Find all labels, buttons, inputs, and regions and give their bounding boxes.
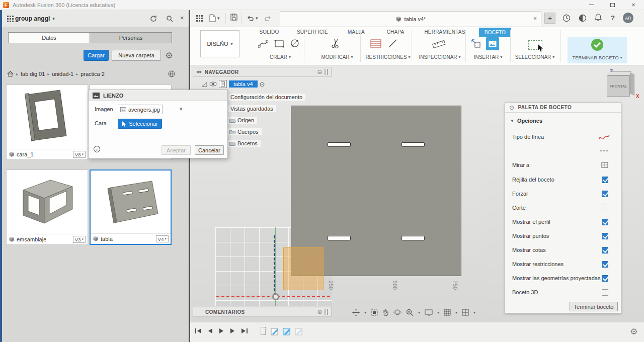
ribbon-tab-herramientas[interactable]: HERRAMIENTAS xyxy=(423,29,467,35)
undo-caret-icon[interactable]: ▾ xyxy=(256,16,258,21)
file-caret-icon[interactable]: ▾ xyxy=(217,16,220,21)
version-history-clock-icon[interactable] xyxy=(562,14,571,22)
rectangle-tool-icon[interactable] xyxy=(274,40,284,48)
viewcube-front-face[interactable]: FRONTAL xyxy=(607,75,630,97)
navigator-document-name[interactable]: tabla v4 xyxy=(229,80,258,88)
checkbox-boceto3d[interactable] xyxy=(602,289,608,296)
close-window-button[interactable]: × xyxy=(623,0,644,10)
finish-sketch-small-button[interactable]: Terminar boceto xyxy=(570,302,618,311)
home-icon[interactable] xyxy=(7,71,14,77)
data-item-cara1[interactable]: cara_1 V8▾ xyxy=(6,84,88,160)
new-tab-button[interactable]: + xyxy=(544,13,555,24)
select-face-button[interactable]: Seleccionar xyxy=(118,119,162,129)
caret-down-icon[interactable]: ▾ xyxy=(455,310,457,315)
construction-line-icon[interactable] xyxy=(600,149,609,153)
go-to-end-button[interactable] xyxy=(242,328,248,333)
viewcube-top-face[interactable] xyxy=(608,71,631,75)
group-restricciones[interactable]: RESTRICCIONES▾ xyxy=(365,54,411,60)
caret-down-icon[interactable]: ▾ xyxy=(473,310,475,315)
collapse-left-icon[interactable]: ◀◀ xyxy=(196,70,201,74)
close-tab-icon[interactable]: × xyxy=(533,15,537,22)
part-slot[interactable] xyxy=(328,142,351,147)
group-modificar[interactable]: MODIFICAR▾ xyxy=(317,54,357,60)
timeline-gear-icon[interactable] xyxy=(630,327,638,335)
timeline-sketch-feature[interactable] xyxy=(283,327,291,335)
tab-personas[interactable]: Personas xyxy=(90,32,172,43)
maximize-button[interactable] xyxy=(602,0,623,10)
part-slot[interactable] xyxy=(328,236,351,240)
grid-settings-icon[interactable] xyxy=(444,309,451,316)
tab-datos[interactable]: Datos xyxy=(8,32,90,43)
circle-tool-icon[interactable] xyxy=(290,39,299,48)
panel-grip[interactable] xyxy=(325,309,328,315)
finish-sketch-button[interactable]: TERMINAR BOCETO▾ xyxy=(568,55,627,60)
comments-header[interactable]: COMENTARIOS ⊕ xyxy=(193,307,332,317)
spline-linetype-icon[interactable] xyxy=(599,134,610,140)
navigator-header[interactable]: ◀◀ NAVEGADOR ⊖ xyxy=(193,67,332,77)
breadcrumb-subfolder[interactable]: practica 2 xyxy=(80,71,105,77)
construction-centerline[interactable] xyxy=(274,235,275,296)
minimize-button[interactable] xyxy=(581,0,602,10)
version-dropdown[interactable]: V3▾ xyxy=(73,236,86,243)
document-icon[interactable] xyxy=(219,80,227,88)
timeline-sketch-feature[interactable] xyxy=(295,327,303,335)
redo-icon[interactable] xyxy=(264,15,272,21)
breadcrumb-root[interactable]: fab dig 01 xyxy=(21,71,45,77)
file-menu-icon[interactable] xyxy=(209,14,216,22)
navigator-row-cuerpos[interactable]: ▸ Cuerpos xyxy=(222,128,262,135)
version-dropdown[interactable]: V8▾ xyxy=(73,151,86,158)
caret-down-icon[interactable]: ▾ xyxy=(437,310,439,315)
new-folder-button[interactable]: Nueva carpeta xyxy=(112,50,161,61)
finish-check-icon[interactable] xyxy=(591,38,604,51)
sketch-palette-header[interactable]: ⊖ PALETA DE BOCETO xyxy=(505,103,621,113)
upload-button[interactable]: Cargar xyxy=(84,50,109,61)
checkbox-corte[interactable] xyxy=(602,205,608,211)
design-workspace-dropdown[interactable]: DISEÑO▾ xyxy=(200,30,239,57)
fit-view-icon[interactable] xyxy=(371,309,378,316)
hand-pan-icon[interactable] xyxy=(382,309,389,316)
display-settings-icon[interactable] xyxy=(425,309,433,316)
checkbox-cotas[interactable] xyxy=(602,247,608,253)
remove-image-icon[interactable]: × xyxy=(179,105,183,113)
spline-tool-icon[interactable] xyxy=(258,39,268,48)
group-insertar[interactable]: INSERTAR▾ xyxy=(468,54,508,60)
orbit-icon[interactable] xyxy=(393,308,401,316)
globe-icon[interactable] xyxy=(168,70,175,77)
look-at-icon[interactable] xyxy=(601,161,609,168)
save-icon[interactable] xyxy=(230,14,237,21)
info-icon[interactable]: i xyxy=(94,146,100,152)
ribbon-tab-superficie[interactable]: SUPERFICIE xyxy=(293,29,332,35)
group-seleccionar[interactable]: SELECCIONAR▾ xyxy=(512,54,557,60)
target-icon[interactable]: ⊙ xyxy=(260,80,265,88)
navigator-row-bocetos[interactable]: ▸ Bocetos xyxy=(222,140,261,147)
group-inspeccionar[interactable]: INSPECCIONAR▾ xyxy=(417,54,463,60)
data-item-tabla[interactable]: tabla V4▾ xyxy=(90,169,172,245)
ribbon-tab-malla[interactable]: MALLA xyxy=(344,29,368,35)
flat-triangle-icon[interactable] xyxy=(201,81,207,87)
play-button[interactable] xyxy=(219,328,223,333)
eye-icon[interactable] xyxy=(209,81,217,87)
project-caret-icon[interactable]: ▾ xyxy=(52,16,55,21)
go-to-start-button[interactable] xyxy=(195,328,201,333)
navigator-row-saved-views[interactable]: Vistas guardadas xyxy=(227,105,276,112)
checkbox-forzar[interactable] xyxy=(602,191,608,197)
checkbox-puntos[interactable] xyxy=(602,233,608,239)
ribbon-tab-chapa[interactable]: CHAPA xyxy=(383,29,408,35)
user-avatar[interactable]: AR xyxy=(623,13,633,23)
zoom-icon[interactable] xyxy=(406,309,414,316)
data-item-emsamblaje[interactable]: emsamblaje V3▾ xyxy=(6,169,88,245)
checkbox-restricciones[interactable] xyxy=(602,261,608,268)
navigator-row-chip[interactable]: Bocetos xyxy=(226,140,261,147)
close-panel-icon[interactable]: × xyxy=(180,14,184,22)
collapse-icon[interactable]: ⊖ xyxy=(317,68,323,75)
collapse-icon[interactable]: ⊖ xyxy=(509,104,514,111)
expand-icon[interactable]: ⊕ xyxy=(317,308,323,315)
step-back-button[interactable] xyxy=(208,328,212,333)
image-file-chip[interactable]: avengers.jpg xyxy=(118,105,163,114)
group-crear[interactable]: CREAR▾ xyxy=(265,54,295,60)
pan-icon[interactable] xyxy=(352,309,360,316)
refresh-icon[interactable] xyxy=(150,15,157,22)
checkbox-rejilla[interactable] xyxy=(602,177,608,183)
navigator-row-chip[interactable]: Cuerpos xyxy=(226,128,262,135)
viewcube-right-face[interactable] xyxy=(630,72,634,96)
